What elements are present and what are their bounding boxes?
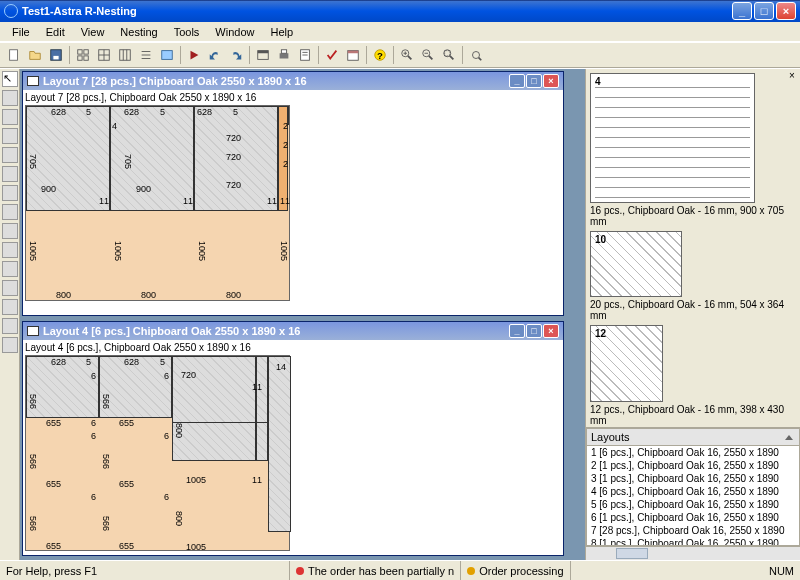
child-close-button[interactable]: ×: [543, 74, 559, 88]
horizontal-scrollbar[interactable]: [586, 546, 800, 560]
help-icon[interactable]: ?: [370, 45, 390, 65]
tool-icon[interactable]: [2, 242, 18, 258]
tool-icon[interactable]: [2, 128, 18, 144]
layout-item[interactable]: 7 [28 pcs.], Chipboard Oak 16, 2550 x 18…: [587, 524, 799, 537]
svg-rect-16: [162, 51, 173, 60]
dim: 11: [252, 382, 262, 392]
dim: 2: [283, 159, 288, 169]
dim: 5: [160, 107, 165, 117]
part-item[interactable]: 12 12 pcs., Chipboard Oak - 16 mm, 398 x…: [590, 325, 796, 426]
layout-item[interactable]: 5 [6 pcs.], Chipboard Oak 16, 2550 x 189…: [587, 498, 799, 511]
zoomregion-icon[interactable]: [439, 45, 459, 65]
dim: 655: [46, 541, 61, 551]
menu-nesting[interactable]: Nesting: [112, 24, 165, 40]
layout7-sheet[interactable]: 628 5 628 5 628 5 4 2 720 2 720 2 705 70…: [25, 105, 290, 301]
form-icon[interactable]: [295, 45, 315, 65]
maximize-button[interactable]: □: [754, 2, 774, 20]
minimize-button[interactable]: _: [732, 2, 752, 20]
svg-rect-6: [84, 56, 88, 60]
panel-close-icon[interactable]: ×: [786, 71, 798, 83]
dim: 11: [183, 196, 193, 206]
check-icon[interactable]: [322, 45, 342, 65]
tool-icon[interactable]: [2, 223, 18, 239]
tool-icon[interactable]: [2, 109, 18, 125]
tool-icon[interactable]: [2, 318, 18, 334]
dim: 5: [86, 107, 91, 117]
new-icon[interactable]: [4, 45, 24, 65]
layout-item[interactable]: 6 [1 pcs.], Chipboard Oak 16, 2550 x 189…: [587, 511, 799, 524]
child-minimize-button[interactable]: _: [509, 74, 525, 88]
part-item[interactable]: 10 20 pcs., Chipboard Oak - 16 mm, 504 x…: [590, 231, 796, 321]
save-icon[interactable]: [46, 45, 66, 65]
cursor-icon[interactable]: ↖: [2, 71, 18, 87]
menu-edit[interactable]: Edit: [38, 24, 73, 40]
zoomfit-icon[interactable]: [466, 45, 486, 65]
tool-icon[interactable]: [2, 90, 18, 106]
layout4-sheet[interactable]: 628 5 628 5 14 6 6 720 11 566 566 6 655 …: [25, 355, 290, 551]
tool-icon[interactable]: [2, 147, 18, 163]
dim: 628: [124, 357, 139, 367]
layout4-titlebar[interactable]: Layout 4 [6 pcs.] Chipboard Oak 2550 x 1…: [23, 322, 563, 340]
tool-icon[interactable]: [2, 261, 18, 277]
child-minimize-button[interactable]: _: [509, 324, 525, 338]
tool-icon[interactable]: [2, 337, 18, 353]
tool-icon[interactable]: [2, 185, 18, 201]
layout-item[interactable]: 3 [1 pcs.], Chipboard Oak 16, 2550 x 189…: [587, 472, 799, 485]
grid1-icon[interactable]: [73, 45, 93, 65]
layout-item[interactable]: 2 [1 pcs.], Chipboard Oak 16, 2550 x 189…: [587, 459, 799, 472]
sheet-icon[interactable]: [157, 45, 177, 65]
menu-tools[interactable]: Tools: [166, 24, 208, 40]
close-button[interactable]: ×: [776, 2, 796, 20]
open-icon[interactable]: [25, 45, 45, 65]
print-icon[interactable]: [274, 45, 294, 65]
menu-view[interactable]: View: [73, 24, 113, 40]
tool-icon[interactable]: [2, 166, 18, 182]
zoomout-icon[interactable]: [418, 45, 438, 65]
window-icon[interactable]: [253, 45, 273, 65]
svg-rect-0: [10, 50, 18, 61]
document-icon: [27, 326, 39, 336]
layout-item[interactable]: 1 [6 pcs.], Chipboard Oak 16, 2550 x 189…: [587, 446, 799, 459]
svg-rect-20: [281, 50, 286, 54]
child-maximize-button[interactable]: □: [526, 74, 542, 88]
tool-icon[interactable]: [2, 280, 18, 296]
redo-icon[interactable]: [226, 45, 246, 65]
layout-item[interactable]: 8 [1 pcs.], Chipboard Oak 16, 2550 x 189…: [587, 537, 799, 546]
svg-rect-10: [120, 50, 131, 61]
svg-rect-37: [445, 51, 450, 56]
dim: 1005: [186, 542, 206, 552]
part-item[interactable]: 4 16 pcs., Chipboard Oak - 16 mm, 900 x …: [590, 73, 796, 227]
svg-text:?: ?: [377, 50, 383, 61]
menubar: File Edit View Nesting Tools Window Help: [0, 22, 800, 42]
run-icon[interactable]: [184, 45, 204, 65]
dim: 566: [101, 516, 111, 531]
tool-icon[interactable]: [2, 204, 18, 220]
layouts-header[interactable]: Layouts: [586, 428, 800, 446]
svg-rect-3: [78, 50, 82, 54]
layout7-titlebar[interactable]: Layout 7 [28 pcs.] Chipboard Oak 2550 x …: [23, 72, 563, 90]
grid3-icon[interactable]: [115, 45, 135, 65]
svg-rect-19: [280, 53, 289, 58]
child-maximize-button[interactable]: □: [526, 324, 542, 338]
list-icon[interactable]: [136, 45, 156, 65]
layouts-list[interactable]: 1 [6 pcs.], Chipboard Oak 16, 2550 x 189…: [586, 446, 800, 546]
calendar-icon[interactable]: [343, 45, 363, 65]
dim: 6: [91, 492, 96, 502]
dim: 566: [101, 454, 111, 469]
menu-help[interactable]: Help: [262, 24, 301, 40]
dim: 6: [91, 431, 96, 441]
parts-list[interactable]: 4 16 pcs., Chipboard Oak - 16 mm, 900 x …: [586, 69, 800, 427]
svg-line-39: [479, 58, 482, 61]
menu-window[interactable]: Window: [207, 24, 262, 40]
layouts-pane: Layouts 1 [6 pcs.], Chipboard Oak 16, 25…: [586, 427, 800, 560]
menu-file[interactable]: File: [4, 24, 38, 40]
status-help: For Help, press F1: [0, 561, 290, 580]
part-number: 4: [595, 76, 601, 87]
undo-icon[interactable]: [205, 45, 225, 65]
zoomin-icon[interactable]: [397, 45, 417, 65]
tool-icon[interactable]: [2, 299, 18, 315]
svg-point-38: [473, 52, 480, 59]
layout-item[interactable]: 4 [6 pcs.], Chipboard Oak 16, 2550 x 189…: [587, 485, 799, 498]
grid2-icon[interactable]: [94, 45, 114, 65]
child-close-button[interactable]: ×: [543, 324, 559, 338]
